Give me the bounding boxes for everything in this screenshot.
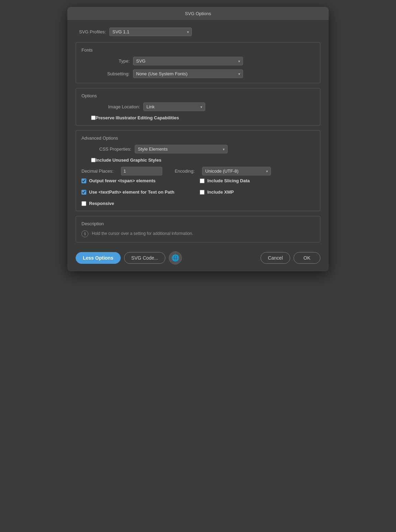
svg-profiles-row: SVG Profiles: SVG 1.1 SVG 1.0 SVG Tiny 1…: [76, 28, 320, 36]
type-label: Type:: [81, 58, 130, 64]
css-properties-select[interactable]: Style Elements Presentation Attributes E…: [135, 145, 228, 153]
output-fewer-label: Output fewer <tspan> elements: [89, 178, 156, 183]
preserve-checkbox[interactable]: [91, 116, 96, 120]
output-fewer-checkbox[interactable]: [81, 178, 86, 183]
options-section-title: Options: [81, 93, 315, 98]
output-fewer-row: Output fewer <tspan> elements: [81, 178, 196, 183]
css-properties-row: CSS Properties: Style Elements Presentat…: [81, 145, 315, 153]
responsive-label: Responsive: [89, 201, 114, 206]
dialog-title: SVG Options: [185, 11, 211, 16]
include-slicing-row: Include Slicing Data: [200, 178, 315, 183]
cancel-button[interactable]: Cancel: [261, 252, 290, 264]
fonts-section: Fonts Type: SVG Convert to Outline SVG w…: [76, 42, 320, 83]
include-xmp-label: Include XMP: [207, 189, 234, 195]
less-options-button[interactable]: Less Options: [76, 252, 121, 264]
advanced-checkboxes-grid: Output fewer <tspan> elements Include Sl…: [81, 178, 315, 206]
advanced-section-title: Advanced Options: [81, 135, 315, 141]
dialog-body: SVG Profiles: SVG 1.1 SVG 1.0 SVG Tiny 1…: [67, 21, 329, 271]
type-row: Type: SVG Convert to Outline SVG with CS…: [81, 57, 315, 65]
responsive-row: Responsive: [81, 201, 196, 206]
type-select[interactable]: SVG Convert to Outline SVG with CSS: [133, 57, 243, 65]
css-properties-label: CSS Properties:: [81, 146, 131, 152]
info-icon: ℹ: [81, 230, 88, 237]
type-select-wrapper: SVG Convert to Outline SVG with CSS: [133, 57, 243, 65]
subsetting-row: Subsetting: None (Use System Fonts) Only…: [81, 69, 315, 78]
include-unused-label: Include Unused Graphic Styles: [96, 158, 161, 163]
options-section: Options Image Location: Link Embed Prese…: [76, 88, 320, 126]
encoding-label: Encoding:: [175, 169, 195, 174]
subsetting-select[interactable]: None (Use System Fonts) Only Glyphs Used…: [133, 69, 243, 78]
ok-button[interactable]: OK: [294, 252, 320, 264]
description-section: Description ℹ Hold the cursor over a set…: [76, 216, 320, 242]
svg-profiles-select[interactable]: SVG 1.1 SVG 1.0 SVG Tiny 1.1 SVG Tiny 1.…: [109, 28, 192, 36]
description-text: Hold the cursor over a setting for addit…: [92, 230, 193, 237]
subsetting-select-wrapper: None (Use System Fonts) Only Glyphs Used…: [133, 69, 243, 78]
title-bar: SVG Options: [67, 7, 329, 21]
encoding-select[interactable]: Unicode (UTF-8) ISO-8859-1 UTF-16: [202, 167, 271, 175]
include-xmp-row: Include XMP: [200, 189, 315, 195]
svg-code-button[interactable]: SVG Code...: [124, 252, 166, 264]
subsetting-label: Subsetting:: [81, 71, 130, 76]
description-section-title: Description: [81, 221, 315, 226]
decimal-places-label: Decimal Places:: [81, 169, 113, 174]
image-location-select-wrapper: Link Embed: [143, 102, 205, 111]
include-slicing-label: Include Slicing Data: [207, 178, 250, 183]
svg-profiles-label: SVG Profiles:: [79, 29, 106, 34]
svg-options-dialog: SVG Options SVG Profiles: SVG 1.1 SVG 1.…: [67, 7, 329, 271]
fonts-section-title: Fonts: [81, 47, 315, 53]
preserve-row: Preserve Illustrator Editing Capabilitie…: [91, 115, 315, 120]
description-content: ℹ Hold the cursor over a setting for add…: [81, 230, 315, 237]
image-location-row: Image Location: Link Embed: [81, 102, 315, 111]
image-location-select[interactable]: Link Embed: [143, 102, 205, 111]
responsive-checkbox[interactable]: [81, 201, 86, 206]
decimal-places-input[interactable]: [121, 167, 162, 175]
preserve-label: Preserve Illustrator Editing Capabilitie…: [96, 115, 179, 120]
include-unused-checkbox[interactable]: [91, 158, 96, 162]
svg-profiles-select-wrapper: SVG 1.1 SVG 1.0 SVG Tiny 1.1 SVG Tiny 1.…: [109, 28, 192, 36]
advanced-section: Advanced Options CSS Properties: Style E…: [76, 130, 320, 211]
include-xmp-checkbox[interactable]: [200, 190, 205, 195]
image-location-label: Image Location:: [81, 104, 140, 109]
use-textpath-checkbox[interactable]: [81, 190, 86, 195]
globe-button[interactable]: 🌐: [169, 251, 182, 264]
include-slicing-checkbox[interactable]: [200, 178, 205, 183]
use-textpath-label: Use <textPath> element for Text on Path: [89, 189, 174, 195]
include-unused-row: Include Unused Graphic Styles: [91, 158, 315, 163]
encoding-select-wrapper: Unicode (UTF-8) ISO-8859-1 UTF-16: [202, 167, 271, 175]
globe-icon: 🌐: [172, 254, 179, 262]
use-textpath-row: Use <textPath> element for Text on Path: [81, 189, 196, 195]
button-row: Less Options SVG Code... 🌐 Cancel OK: [76, 248, 320, 266]
css-properties-select-wrapper: Style Elements Presentation Attributes E…: [135, 145, 228, 153]
decimal-encoding-row: Decimal Places: Encoding: Unicode (UTF-8…: [81, 167, 315, 175]
